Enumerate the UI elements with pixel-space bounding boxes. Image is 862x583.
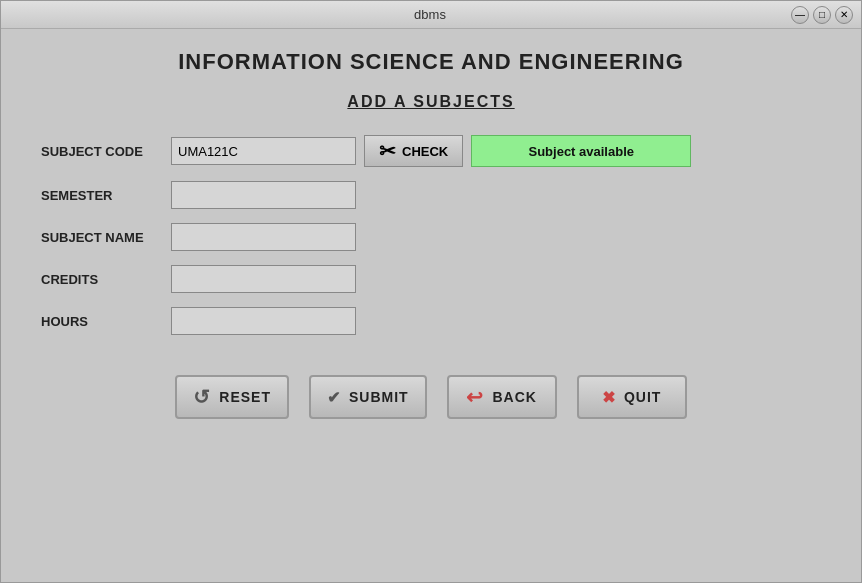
page-title: INFORMATION SCIENCE AND ENGINEERING bbox=[31, 49, 831, 75]
window-title: dbms bbox=[69, 7, 791, 22]
check-scissors-icon: ✂ bbox=[379, 139, 396, 163]
maximize-icon: □ bbox=[819, 9, 825, 20]
subject-name-input[interactable] bbox=[171, 223, 356, 251]
window-controls: — □ ✕ bbox=[791, 6, 853, 24]
maximize-button[interactable]: □ bbox=[813, 6, 831, 24]
semester-input[interactable] bbox=[171, 181, 356, 209]
page-subtitle: ADD A SUBJECTS bbox=[31, 93, 831, 111]
hours-input[interactable] bbox=[171, 307, 356, 335]
semester-label: SEMESTER bbox=[41, 188, 171, 203]
subject-code-input[interactable] bbox=[171, 137, 356, 165]
credits-input[interactable] bbox=[171, 265, 356, 293]
back-label: BACK bbox=[492, 389, 536, 405]
subject-code-controls: ✂ CHECK Subject available bbox=[171, 135, 691, 167]
minimize-icon: — bbox=[795, 9, 805, 20]
minimize-button[interactable]: — bbox=[791, 6, 809, 24]
action-buttons: RESET SUBMIT BACK QUIT bbox=[31, 375, 831, 419]
submit-icon bbox=[327, 388, 341, 407]
close-button[interactable]: ✕ bbox=[835, 6, 853, 24]
back-icon bbox=[466, 385, 484, 409]
form: SUBJECT CODE ✂ CHECK Subject available S… bbox=[41, 135, 831, 335]
subject-code-label: SUBJECT CODE bbox=[41, 144, 171, 159]
content-area: INFORMATION SCIENCE AND ENGINEERING ADD … bbox=[1, 29, 861, 582]
quit-label: QUIT bbox=[624, 389, 661, 405]
subject-name-row: SUBJECT NAME bbox=[41, 223, 831, 251]
semester-row: SEMESTER bbox=[41, 181, 831, 209]
reset-label: RESET bbox=[219, 389, 271, 405]
quit-button[interactable]: QUIT bbox=[577, 375, 687, 419]
quit-icon bbox=[602, 388, 616, 407]
submit-button[interactable]: SUBMIT bbox=[309, 375, 427, 419]
hours-label: HOURS bbox=[41, 314, 171, 329]
subject-code-row: SUBJECT CODE ✂ CHECK Subject available bbox=[41, 135, 831, 167]
credits-label: CREDITS bbox=[41, 272, 171, 287]
reset-button[interactable]: RESET bbox=[175, 375, 289, 419]
main-window: dbms — □ ✕ INFORMATION SCIENCE AND ENGIN… bbox=[0, 0, 862, 583]
close-icon: ✕ bbox=[840, 9, 848, 20]
reset-icon bbox=[193, 385, 211, 409]
subject-name-label: SUBJECT NAME bbox=[41, 230, 171, 245]
credits-row: CREDITS bbox=[41, 265, 831, 293]
subject-status: Subject available bbox=[471, 135, 691, 167]
hours-row: HOURS bbox=[41, 307, 831, 335]
check-button[interactable]: ✂ CHECK bbox=[364, 135, 463, 167]
back-button[interactable]: BACK bbox=[447, 375, 557, 419]
check-label: CHECK bbox=[402, 144, 448, 159]
submit-label: SUBMIT bbox=[349, 389, 409, 405]
title-bar: dbms — □ ✕ bbox=[1, 1, 861, 29]
